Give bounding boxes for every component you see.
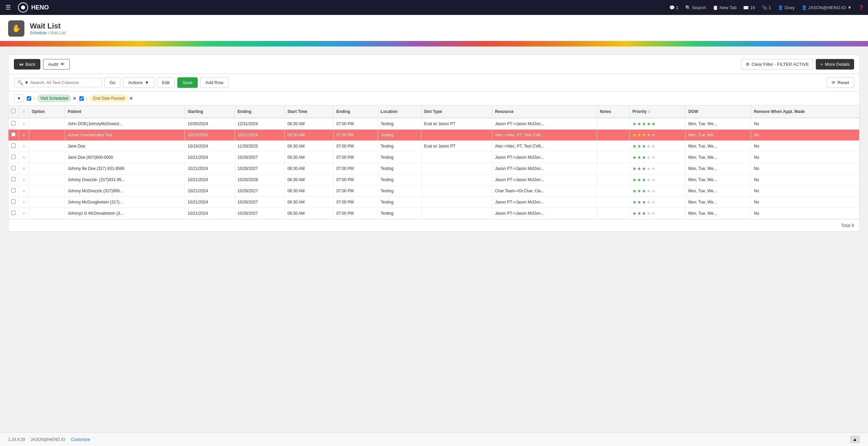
- breadcrumb-schedule[interactable]: Schedule: [30, 31, 47, 35]
- row-notes: [597, 141, 630, 152]
- reset-icon: ⟳: [832, 80, 835, 85]
- row-checkbox[interactable]: [11, 132, 16, 137]
- star-filled: ★: [632, 188, 637, 194]
- clipboard-nav-item[interactable]: 📎 1: [762, 5, 771, 10]
- search-input[interactable]: [30, 80, 98, 85]
- row-checkbox-cell[interactable]: [8, 186, 19, 197]
- table-container: ≡ Option Patient Starting Ending Start T…: [8, 105, 860, 219]
- row-resource: Jason PT->Jason McDon...: [492, 163, 597, 174]
- eye-icon: 👁: [60, 62, 65, 67]
- row-patient: Active Unscheduled Test: [65, 130, 185, 141]
- new-tab-nav-item[interactable]: 📋 New Tab: [713, 5, 736, 10]
- row-ending-time: 07:00 PM: [333, 141, 378, 152]
- star-empty: ★: [647, 211, 651, 216]
- row-handle[interactable]: ≡: [19, 118, 29, 130]
- row-resource: Jason PT->Jason McDon...: [492, 208, 597, 219]
- row-location: Testing: [378, 130, 421, 141]
- star-filled: ★: [637, 143, 642, 149]
- new-tab-label: New Tab: [719, 5, 736, 10]
- filter-chip-2-close[interactable]: ✕: [129, 96, 133, 101]
- filter-dropdown-button[interactable]: ▼: [14, 94, 24, 102]
- svg-point-1: [21, 5, 25, 9]
- doxy-nav-item[interactable]: 👤 Doxy: [778, 5, 795, 10]
- row-checkbox-cell[interactable]: [8, 130, 19, 141]
- edit-button[interactable]: Edit: [157, 77, 175, 88]
- filter-chip-1-checkbox[interactable]: [27, 96, 31, 101]
- reset-button[interactable]: ⟳ Reset: [827, 77, 854, 88]
- row-starting: 10/21/2024: [185, 208, 235, 219]
- row-handle[interactable]: ≡: [19, 152, 29, 163]
- add-row-button[interactable]: Add Row: [200, 77, 229, 88]
- filter-chip-1-container: ☆ Visit Scheduled ✕: [27, 95, 77, 102]
- row-checkbox[interactable]: [11, 211, 16, 215]
- select-all-checkbox[interactable]: [11, 109, 16, 113]
- user-nav-item[interactable]: 👤 JASON@HENO.IO ▼: [802, 5, 852, 10]
- filter-chip-2-checkbox[interactable]: [79, 96, 84, 101]
- row-priority: ★★★★★: [630, 141, 685, 152]
- help-icon: ❓: [859, 5, 864, 10]
- row-handle[interactable]: ≡: [19, 163, 29, 174]
- mail-nav-item[interactable]: ✉️ 16: [743, 5, 755, 10]
- row-handle[interactable]: ≡: [19, 186, 29, 197]
- clear-filter-button[interactable]: ⚙ Clear Filter - FILTER ACTIVE: [741, 59, 813, 70]
- actions-button[interactable]: Actions ▼: [123, 77, 154, 88]
- row-handle[interactable]: ≡: [19, 130, 29, 141]
- row-checkbox-cell[interactable]: [8, 174, 19, 186]
- row-handle[interactable]: ≡: [19, 174, 29, 186]
- star-filled: ★: [642, 177, 646, 182]
- row-location: Testing: [378, 208, 421, 219]
- search-nav-item[interactable]: 🔍 Search: [685, 5, 706, 10]
- row-checkbox-cell[interactable]: [8, 197, 19, 208]
- color-banner: [0, 41, 868, 46]
- help-nav-item[interactable]: ❓: [859, 5, 864, 10]
- row-handle[interactable]: ≡: [19, 208, 29, 219]
- actions-chevron-icon: ▼: [145, 80, 149, 85]
- search-dropdown-icon[interactable]: ▼: [24, 80, 29, 85]
- row-checkbox-cell[interactable]: [8, 163, 19, 174]
- filter-row: ▼ ☆ Visit Scheduled ✕ ☆ End Date Passed …: [8, 92, 860, 105]
- star-empty: ★: [651, 132, 656, 138]
- row-notes: [597, 186, 630, 197]
- row-handle[interactable]: ≡: [19, 141, 29, 152]
- star-filled: ★: [632, 199, 637, 205]
- save-button[interactable]: Save: [177, 77, 198, 88]
- audit-button[interactable]: Audit 👁: [43, 59, 70, 70]
- page-header: ✋ Wait List Schedule \ Wait List: [0, 15, 868, 41]
- total-count: Total 9: [841, 223, 854, 228]
- more-details-button[interactable]: + More Details: [816, 59, 854, 70]
- wait-list-table: ≡ Option Patient Starting Ending Start T…: [8, 105, 860, 219]
- row-checkbox[interactable]: [11, 177, 16, 181]
- row-resource: Jason PT->Jason McDon...: [492, 197, 597, 208]
- chat-nav-item[interactable]: 💬 1: [669, 5, 678, 10]
- row-checkbox[interactable]: [11, 155, 16, 159]
- row-checkbox-cell[interactable]: [8, 141, 19, 152]
- row-start-time: 06:30 AM: [284, 174, 333, 186]
- row-remove: No: [751, 197, 860, 208]
- th-ending-time: Ending: [333, 105, 378, 118]
- row-checkbox[interactable]: [11, 143, 16, 148]
- th-starting: Starting: [185, 105, 235, 118]
- search-label: Search: [692, 5, 706, 10]
- row-checkbox[interactable]: [11, 188, 16, 193]
- row-location: Testing: [378, 186, 421, 197]
- back-button[interactable]: ⏮ Back: [14, 59, 40, 70]
- go-button[interactable]: Go: [104, 77, 120, 88]
- row-handle[interactable]: ≡: [19, 197, 29, 208]
- breadcrumb-current: Wait List: [50, 31, 66, 35]
- row-checkbox-cell[interactable]: [8, 208, 19, 219]
- row-checkbox[interactable]: [11, 199, 16, 204]
- hamburger-button[interactable]: ☰: [4, 2, 12, 13]
- row-checkbox-cell[interactable]: [8, 118, 19, 130]
- mail-count: 16: [750, 5, 755, 10]
- th-select-all[interactable]: [8, 105, 19, 118]
- row-checkbox[interactable]: [11, 166, 16, 170]
- row-resource: Alec->Alec, PT, Test CVill...: [492, 130, 597, 141]
- row-checkbox-cell[interactable]: [8, 152, 19, 163]
- search-input-wrap[interactable]: 🔍 ▼: [14, 78, 102, 87]
- row-ending: 10/26/2027: [235, 208, 284, 219]
- filter-chip-1-close[interactable]: ✕: [73, 96, 77, 101]
- row-slot-type: Eval w/ Jason PT: [421, 141, 492, 152]
- row-start-time: 06:30 AM: [284, 186, 333, 197]
- row-checkbox[interactable]: [11, 121, 16, 125]
- table-row: ≡ Jane Doe 10/16/2024 11/30/2025 06:30 A…: [8, 141, 860, 152]
